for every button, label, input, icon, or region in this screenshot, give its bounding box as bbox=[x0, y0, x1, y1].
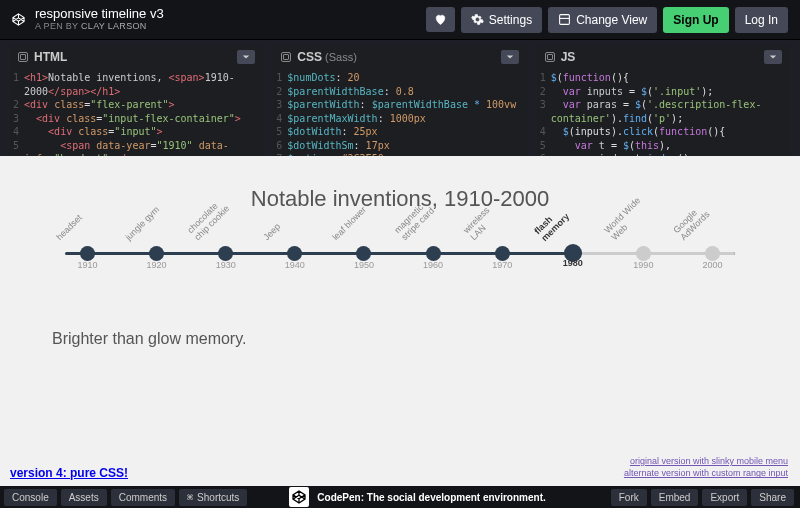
alt-links: original version with slinky mobile menu… bbox=[624, 455, 788, 480]
html-pane: HTML 1<h1>Notable inventions, <span>1910… bbox=[10, 46, 263, 156]
timeline-dot-1960[interactable]: magnetic stripe card1960 bbox=[426, 246, 441, 261]
editor-row: HTML 1<h1>Notable inventions, <span>1910… bbox=[0, 40, 800, 156]
login-button[interactable]: Log In bbox=[735, 7, 788, 33]
timeline-dot-2000[interactable]: Google AdWords2000 bbox=[705, 246, 720, 261]
footer-tab-export[interactable]: Export bbox=[702, 489, 747, 506]
pane-icon bbox=[545, 52, 555, 62]
timeline-year: 1990 bbox=[633, 260, 653, 270]
css-pane: CSS (Sass) 1$numDots: 202$parentWidthBas… bbox=[273, 46, 526, 156]
html-pane-header[interactable]: HTML bbox=[10, 46, 263, 68]
timeline-year: 1920 bbox=[147, 260, 167, 270]
timeline-dot-1950[interactable]: leaf blower1950 bbox=[356, 246, 371, 261]
timeline-dot-1990[interactable]: World Wide Web1990 bbox=[636, 246, 651, 261]
header-bar: responsive timeline v3 A PEN BY Clay Lar… bbox=[0, 0, 800, 40]
timeline-year: 1930 bbox=[216, 260, 236, 270]
js-pane-header[interactable]: JS bbox=[537, 46, 790, 68]
chevron-down-icon bbox=[769, 53, 777, 61]
pen-byline: A PEN BY Clay Larson bbox=[35, 22, 420, 32]
footer-tab-shortcuts[interactable]: ⌘ Shortcuts bbox=[179, 489, 247, 506]
title-block: responsive timeline v3 A PEN BY Clay Lar… bbox=[35, 7, 420, 31]
chevron-down-icon bbox=[506, 53, 514, 61]
pane-icon bbox=[281, 52, 291, 62]
pane-title: CSS bbox=[297, 50, 322, 64]
pane-icon bbox=[18, 52, 28, 62]
author-link[interactable]: Clay Larson bbox=[81, 21, 147, 31]
timeline-dot-1930[interactable]: chocolate chip cookie1930 bbox=[218, 246, 233, 261]
timeline-year: 2000 bbox=[702, 260, 722, 270]
svg-rect-0 bbox=[560, 15, 570, 25]
codepen-logo-icon bbox=[12, 13, 25, 26]
pane-menu-button[interactable] bbox=[501, 50, 519, 64]
heart-button[interactable] bbox=[426, 7, 455, 32]
timeline: headset1910jungle gym1920chocolate chip … bbox=[80, 252, 720, 270]
footer-tab-assets[interactable]: Assets bbox=[61, 489, 107, 506]
timeline-year: 1950 bbox=[354, 260, 374, 270]
pane-title: JS bbox=[561, 50, 576, 64]
css-pane-header[interactable]: CSS (Sass) bbox=[273, 46, 526, 68]
timeline-description: Brighter than glow memory. bbox=[0, 270, 800, 348]
footer-tab-share[interactable]: Share bbox=[751, 489, 794, 506]
pen-title: responsive timeline v3 bbox=[35, 7, 420, 21]
html-editor[interactable]: 1<h1>Notable inventions, <span>1910-2000… bbox=[10, 68, 263, 156]
timeline-year: 1960 bbox=[423, 260, 443, 270]
pane-title: HTML bbox=[34, 50, 67, 64]
pane-subtitle: (Sass) bbox=[325, 51, 357, 63]
preview-area: Notable inventions, 1910-2000 headset191… bbox=[0, 156, 800, 486]
footer-tab-fork[interactable]: Fork bbox=[611, 489, 647, 506]
timeline-dot-1970[interactable]: wireless LAN1970 bbox=[495, 246, 510, 261]
footer-tab-embed[interactable]: Embed bbox=[651, 489, 699, 506]
signup-button[interactable]: Sign Up bbox=[663, 7, 728, 33]
layout-icon bbox=[558, 13, 571, 26]
original-version-link[interactable]: original version with slinky mobile menu bbox=[624, 455, 788, 468]
footer-tab-console[interactable]: Console bbox=[4, 489, 57, 506]
footer-tab-comments[interactable]: Comments bbox=[111, 489, 175, 506]
timeline-dot-1980[interactable]: flash memory1980 bbox=[564, 244, 582, 262]
codepen-logo-icon bbox=[289, 487, 309, 507]
timeline-dot-1920[interactable]: jungle gym1920 bbox=[149, 246, 164, 261]
timeline-dot-1910[interactable]: headset1910 bbox=[80, 246, 95, 261]
timeline-year: 1980 bbox=[563, 258, 583, 268]
version4-link: version 4: pure CSS! bbox=[10, 466, 128, 480]
footer-bar: ConsoleAssetsComments⌘ Shortcuts CodePen… bbox=[0, 486, 800, 508]
footer-ad[interactable]: CodePen: The social development environm… bbox=[289, 487, 545, 507]
pane-menu-button[interactable] bbox=[237, 50, 255, 64]
timeline-dot-1940[interactable]: Jeep1940 bbox=[287, 246, 302, 261]
footer-ad-text: CodePen: The social development environm… bbox=[317, 492, 545, 503]
heart-icon bbox=[434, 13, 447, 26]
css-editor[interactable]: 1$numDots: 202$parentWidthBase: 0.83$par… bbox=[273, 68, 526, 156]
js-editor[interactable]: 1$(function(){2 var inputs = $('.input')… bbox=[537, 68, 790, 156]
change-view-button[interactable]: Change View bbox=[548, 7, 657, 33]
settings-button[interactable]: Settings bbox=[461, 7, 542, 33]
timeline-year: 1940 bbox=[285, 260, 305, 270]
pane-menu-button[interactable] bbox=[764, 50, 782, 64]
timeline-year: 1910 bbox=[77, 260, 97, 270]
timeline-year: 1970 bbox=[492, 260, 512, 270]
js-pane: JS 1$(function(){2 var inputs = $('.inpu… bbox=[537, 46, 790, 156]
chevron-down-icon bbox=[242, 53, 250, 61]
alternate-version-link[interactable]: alternate version with custom range inpu… bbox=[624, 467, 788, 480]
gear-icon bbox=[471, 13, 484, 26]
